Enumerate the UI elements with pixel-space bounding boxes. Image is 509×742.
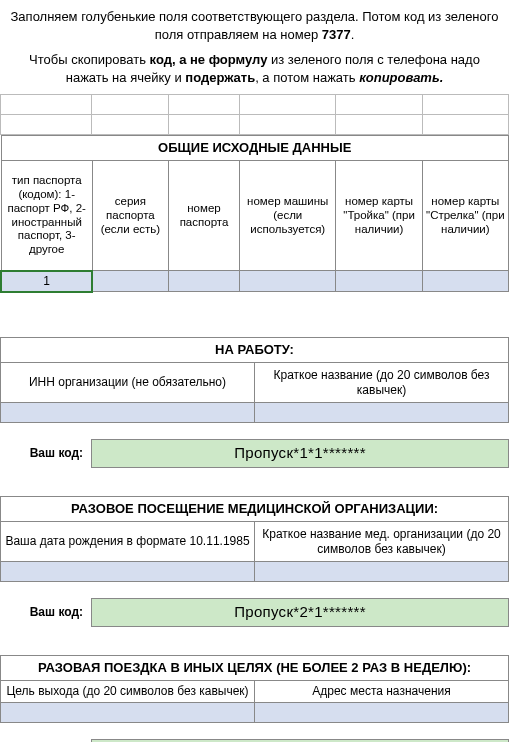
input-car-number[interactable] <box>240 271 336 292</box>
work-code-value[interactable]: Пропуск*1*1******* <box>92 440 509 468</box>
med-table: РАЗОВОЕ ПОСЕЩЕНИЕ МЕДИЦИНСКОЙ ОРГАНИЗАЦИ… <box>0 496 509 582</box>
med-title: РАЗОВОЕ ПОСЕЩЕНИЕ МЕДИЦИНСКОЙ ОРГАНИЗАЦИ… <box>1 496 509 521</box>
input-passport-series[interactable] <box>92 271 168 292</box>
intro-text-2: Чтобы скопировать код, а не формулу из з… <box>0 47 509 94</box>
intro-number: 7377 <box>322 27 351 42</box>
med-header-org: Краткое название мед. организации (до 20… <box>255 522 509 562</box>
work-header-inn: ИНН организации (не обязательно) <box>1 363 255 403</box>
header-strelka: номер карты "Стрелка" (при наличии) <box>422 161 508 271</box>
header-passport-number: номер паспорта <box>168 161 239 271</box>
header-troika: номер карты "Тройка" (при наличии) <box>336 161 422 271</box>
other-input-address[interactable] <box>255 703 509 723</box>
input-strelka[interactable] <box>422 271 508 292</box>
general-title: ОБЩИЕ ИСХОДНЫЕ ДАННЫЕ <box>1 136 509 161</box>
general-data-table: ОБЩИЕ ИСХОДНЫЕ ДАННЫЕ тип паспорта (кодо… <box>0 135 509 293</box>
work-code-row: Ваш код: Пропуск*1*1******* <box>0 439 509 468</box>
med-code-label: Ваш код: <box>0 599 92 627</box>
other-table: РАЗОВАЯ ПОЕЗДКА В ИНЫХ ЦЕЛЯХ (НЕ БОЛЕЕ 2… <box>0 655 509 723</box>
input-passport-number[interactable] <box>168 271 239 292</box>
header-passport-type: тип паспорта (кодом): 1-паспорт РФ, 2-ин… <box>1 161 92 271</box>
header-car-number: номер машины (если используется) <box>240 161 336 271</box>
med-code-value[interactable]: Пропуск*2*1******* <box>92 599 509 627</box>
other-title: РАЗОВАЯ ПОЕЗДКА В ИНЫХ ЦЕЛЯХ (НЕ БОЛЕЕ 2… <box>1 655 509 680</box>
header-passport-series: серия паспорта (если есть) <box>92 161 168 271</box>
work-input-inn[interactable] <box>1 403 255 423</box>
work-header-name: Краткое название (до 20 символов без кав… <box>255 363 509 403</box>
intro-suffix: . <box>351 27 355 42</box>
med-code-row: Ваш код: Пропуск*2*1******* <box>0 598 509 627</box>
empty-grid-top <box>0 94 509 135</box>
intro-prefix: Заполняем голубенькие поля соответствующ… <box>11 9 499 42</box>
input-passport-type[interactable]: 1 <box>1 271 92 292</box>
med-input-org[interactable] <box>255 562 509 582</box>
work-input-name[interactable] <box>255 403 509 423</box>
work-table: НА РАБОТУ: ИНН организации (не обязатель… <box>0 337 509 423</box>
work-code-label: Ваш код: <box>0 440 92 468</box>
other-input-purpose[interactable] <box>1 703 255 723</box>
spreadsheet-form: Заполняем голубенькие поля соответствующ… <box>0 0 509 742</box>
other-header-purpose: Цель выхода (до 20 символов без кавычек) <box>1 681 255 703</box>
med-header-dob: Ваша дата рождения в формате 10.11.1985 <box>1 522 255 562</box>
other-header-address: Адрес места назначения <box>255 681 509 703</box>
work-title: НА РАБОТУ: <box>1 337 509 362</box>
intro-text-1: Заполняем голубенькие поля соответствующ… <box>0 0 509 47</box>
input-troika[interactable] <box>336 271 422 292</box>
med-input-dob[interactable] <box>1 562 255 582</box>
